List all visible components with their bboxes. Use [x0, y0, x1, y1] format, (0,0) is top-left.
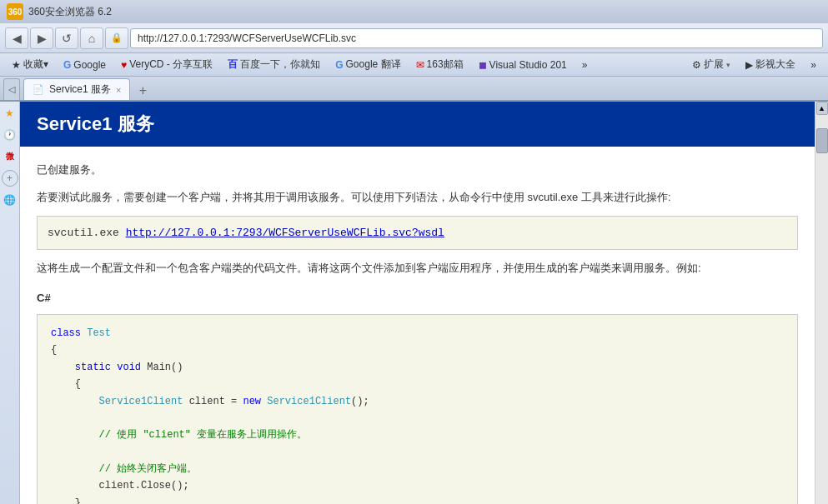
service1-tab[interactable]: 📄 Service1 服务 ×: [23, 78, 130, 100]
bookmark-more[interactable]: »: [577, 57, 593, 72]
bookmark-google-translate[interactable]: G Google 翻译: [330, 56, 405, 73]
bookmark-video[interactable]: ▶ 影视大全: [740, 56, 800, 73]
scroll-up-button[interactable]: ▲: [816, 102, 828, 115]
sidebar-toggle[interactable]: ◁: [3, 78, 20, 100]
scrollbar[interactable]: ▲: [815, 102, 828, 504]
code-line-11: }: [51, 495, 784, 504]
sidebar-add-icon[interactable]: +: [2, 170, 18, 187]
svcutil-prefix: svcutil.exe: [48, 227, 126, 239]
bookmark-collect[interactable]: ★ 收藏▾: [7, 56, 53, 73]
bookmark-rightmore[interactable]: »: [805, 57, 821, 72]
refresh-button[interactable]: ↺: [55, 27, 78, 49]
desc1-text: 若要测试此服务，需要创建一个客户端，并将其用于调用该服务。可以使用下列语法，从命…: [37, 187, 798, 207]
secure-icon: 🔒: [105, 27, 128, 49]
home-button[interactable]: ⌂: [80, 27, 103, 49]
code-line-2: {: [51, 342, 784, 358]
google-icon: G: [63, 59, 71, 71]
code-line-3: static void Main(): [51, 359, 784, 376]
code-line-8: [51, 444, 784, 461]
page-header: Service1 服务: [20, 102, 815, 147]
code-line-6: [51, 410, 784, 427]
bookmarks-bar: ★ 收藏▾ G Google ♥ VeryCD - 分享互联 百 百度一下，你就…: [0, 53, 828, 77]
bookmark-163mail[interactable]: ✉ 163邮箱: [411, 56, 469, 73]
bookmark-extensions[interactable]: ⚙ 扩展 ▾: [687, 56, 735, 73]
bookmark-google[interactable]: G Google: [58, 57, 111, 72]
sidebar-favorites-icon[interactable]: ★: [2, 105, 18, 122]
page-body: 已创建服务。 若要测试此服务，需要创建一个客户端，并将其用于调用该服务。可以使用…: [20, 147, 815, 504]
puzzle-icon: ⚙: [692, 59, 701, 71]
sidebar-globe-icon[interactable]: 🌐: [2, 192, 18, 208]
baidu-icon: 百: [228, 57, 238, 72]
scroll-thumb[interactable]: [816, 128, 828, 153]
content-area: Service1 服务 已创建服务。 若要测试此服务，需要创建一个客户端，并将其…: [20, 102, 815, 504]
title-bar: 360 360安全浏览器 6.2: [0, 0, 828, 23]
code-line-4: {: [51, 376, 784, 392]
svcutil-command-box: svcutil.exe http://127.0.0.1:7293/WCFSer…: [37, 216, 798, 250]
bookmark-verycd[interactable]: ♥ VeryCD - 分享互联: [116, 56, 218, 73]
mail-icon: ✉: [416, 59, 424, 71]
tab-bar: ◁ 📄 Service1 服务 × +: [0, 77, 828, 102]
forward-button[interactable]: ▶: [30, 27, 53, 49]
code-line-9: // 始终关闭客户端。: [51, 461, 784, 477]
sidebar: ★ 🕐 微 + 🌐: [0, 102, 20, 504]
star-icon: ★: [12, 59, 21, 71]
created-text: 已创建服务。: [37, 160, 798, 179]
address-bar[interactable]: [130, 28, 823, 48]
code-line-5: Service1Client client = new Service1Clie…: [51, 393, 784, 410]
tab-close-button[interactable]: ×: [116, 85, 121, 95]
page-title: Service1 服务: [37, 113, 154, 134]
new-tab-button[interactable]: +: [133, 82, 152, 100]
verycd-icon: ♥: [121, 59, 127, 71]
csharp-code-block: class Test { static void Main() { Servic…: [37, 314, 798, 504]
app-title: 360安全浏览器 6.2: [28, 5, 112, 19]
content-wrapper: ★ 🕐 微 + 🌐 Service1 服务 已创建服务。 若要测试此服务，需要创…: [0, 102, 828, 504]
tab-label: Service1 服务: [49, 82, 111, 97]
back-button[interactable]: ◀: [5, 27, 28, 49]
nav-bar: ◀ ▶ ↺ ⌂ 🔒: [0, 23, 828, 53]
code-line-1: class Test: [51, 325, 784, 342]
csharp-label: C#: [37, 288, 798, 307]
sidebar-weibo-icon[interactable]: 微: [2, 148, 18, 165]
code-line-7: // 使用 "client" 变量在服务上调用操作。: [51, 427, 784, 443]
sidebar-history-icon[interactable]: 🕐: [2, 127, 18, 143]
bookmark-baidu[interactable]: 百 百度一下，你就知: [223, 56, 325, 73]
bookmark-vs[interactable]: ◼ Visual Studio 201: [474, 57, 572, 72]
code-line-10: client.Close();: [51, 477, 784, 494]
svcutil-url-link[interactable]: http://127.0.0.1:7293/WCFServerUseWCFLib…: [126, 227, 444, 239]
google-translate-icon: G: [335, 59, 343, 71]
video-icon: ▶: [745, 59, 753, 71]
app-icon: 360: [7, 3, 23, 20]
tab-page-icon: 📄: [33, 84, 44, 95]
vs-icon: ◼: [479, 59, 487, 71]
desc2-text: 这将生成一个配置文件和一个包含客户端类的代码文件。请将这两个文件添加到客户端应用…: [37, 258, 798, 277]
